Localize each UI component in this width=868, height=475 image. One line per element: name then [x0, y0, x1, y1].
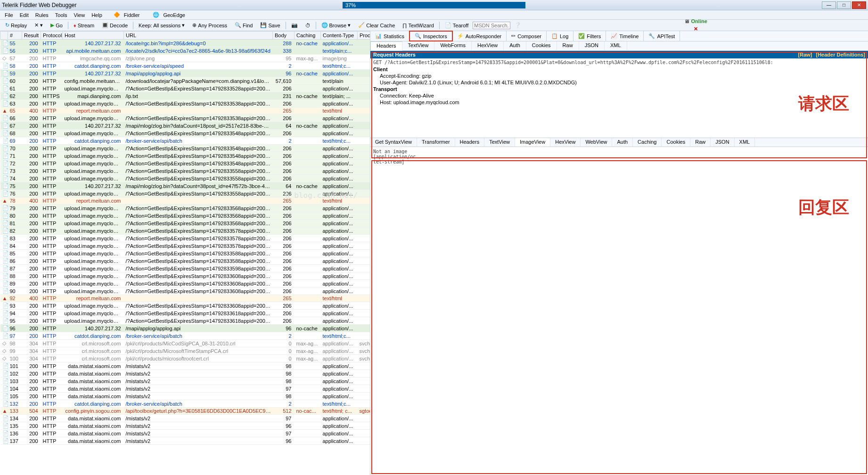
table-row[interactable]: ▲92400HTTPreport.meituan.com265text/html	[0, 295, 370, 302]
table-row[interactable]: 📄82200HTTPupload.image.myqcloud.com/?Act…	[0, 227, 370, 235]
table-row[interactable]: 📄80200HTTPupload.image.myqcloud.com/?Act…	[0, 212, 370, 220]
col-body[interactable]: Body	[273, 32, 295, 40]
decode-button[interactable]: 🔳Decode	[98, 21, 131, 30]
resptab-xml[interactable]: XML	[735, 138, 755, 147]
tab-statistics[interactable]: 📊Statistics	[370, 31, 409, 41]
table-row[interactable]: 📄105200HTTPdata.mistat.xiaomi.com/mistat…	[0, 393, 370, 400]
reqtab-headers[interactable]: Headers	[370, 41, 402, 51]
reqtab-xml[interactable]: XML	[605, 41, 627, 50]
stop-button[interactable]: ✕ ▾	[31, 21, 46, 30]
table-row[interactable]: 📄135200HTTPdata.mistat.xiaomi.com/mistat…	[0, 422, 370, 430]
table-row[interactable]: 📄63200HTTPupload.image.myqcloud.com/?Act…	[0, 100, 370, 107]
table-row[interactable]: 📄81200HTTPupload.image.myqcloud.com/?Act…	[0, 220, 370, 227]
tearoff-button[interactable]: 📄Tearoff	[442, 21, 472, 30]
table-row[interactable]: 📄59200HTTP140.207.217.32/mapi/applog/app…	[0, 70, 370, 77]
table-row[interactable]: 📄68200HTTPupload.image.myqcloud.com/?Act…	[0, 130, 370, 137]
table-row[interactable]: 📄60200HTTPconfig.mobile.meituan.com/down…	[0, 77, 370, 85]
table-row[interactable]: 📄62200HTTPSmapi.dianping.com/ip.txt231no…	[0, 92, 370, 100]
request-body[interactable]: GET /?Action=GetBestIp&ExpiresStamp=1479…	[370, 58, 868, 138]
tab-autoresponder[interactable]: ⚡AutoResponder	[452, 31, 507, 41]
resptab-cookies[interactable]: Cookies	[662, 138, 690, 147]
tab-apitest[interactable]: 🔧APITest	[644, 31, 680, 41]
stream-button[interactable]: ♦Stream	[70, 21, 98, 30]
resptab-textview[interactable]: TextView	[484, 138, 515, 147]
raw-link[interactable]: [Raw]	[798, 52, 812, 57]
find-button[interactable]: 🔍Find	[231, 21, 256, 30]
textwizard-button[interactable]: ∏TextWizard	[399, 21, 437, 30]
table-row[interactable]: 📄67200HTTP140.207.217.32/mapi/mlog/zlog.…	[0, 122, 370, 130]
tab-inspectors[interactable]: 🔍Inspectors	[409, 31, 453, 41]
table-row[interactable]: 📄75200HTTP140.207.217.32/mapi/mlog/zlog.…	[0, 182, 370, 190]
session-table[interactable]: # Result Protocol Host URL Body Caching …	[0, 31, 370, 445]
table-row[interactable]: 📄132200HTTPcatdot.dianping.com/broker-se…	[0, 400, 370, 408]
table-row[interactable]: 📄85200HTTPupload.image.myqcloud.com/?Act…	[0, 250, 370, 257]
table-row[interactable]: 📄66200HTTPupload.image.myqcloud.com/?Act…	[0, 115, 370, 122]
table-row[interactable]: 📄61200HTTPupload.image.myqcloud.com/?Act…	[0, 85, 370, 92]
table-row[interactable]: 📄136200HTTPdata.mistat.xiaomi.com/mistat…	[0, 430, 370, 437]
table-row[interactable]: 📄71200HTTPupload.image.myqcloud.com/?Act…	[0, 152, 370, 160]
table-row[interactable]: ▲133504HTTPconfig.pinyin.sogou.com/api/t…	[0, 408, 370, 415]
close-button[interactable]: ✕	[852, 1, 866, 9]
col-protocol[interactable]: Protocol	[41, 32, 63, 40]
menu-help[interactable]: Help	[90, 11, 104, 19]
menu-edit[interactable]: Edit	[18, 11, 31, 19]
header-def-link[interactable]: [Header Definitions]	[816, 52, 865, 57]
table-row[interactable]: ◇98304HTTPcrl.microsoft.com/pki/crl/prod…	[0, 340, 370, 347]
col-url[interactable]: URL	[124, 32, 273, 40]
resptab-hexview[interactable]: HexView	[550, 138, 581, 147]
save-button[interactable]: 💾Save	[257, 21, 283, 30]
menu-tools[interactable]: Tools	[53, 11, 69, 19]
table-row[interactable]: 📄95200HTTPupload.image.myqcloud.com/?Act…	[0, 317, 370, 325]
resptab-imageview[interactable]: ImageView	[515, 138, 550, 147]
table-row[interactable]: 📄137200HTTPdata.mistat.xiaomi.com/mistat…	[0, 437, 370, 445]
resptab-webview[interactable]: WebView	[581, 138, 612, 147]
table-row[interactable]: 📄103200HTTPdata.mistat.xiaomi.com/mistat…	[0, 377, 370, 385]
tab-log[interactable]: 📋Log	[547, 31, 573, 41]
table-row[interactable]: 📄101200HTTPdata.mistat.xiaomi.com/mistat…	[0, 362, 370, 370]
resptab-auth[interactable]: Auth	[612, 138, 633, 147]
col-ctype[interactable]: Content-Type	[321, 32, 358, 40]
resptab-raw[interactable]: Raw	[690, 138, 711, 147]
table-row[interactable]: 📄84200HTTPupload.image.myqcloud.com/?Act…	[0, 242, 370, 250]
table-row[interactable]: 📄89200HTTPupload.image.myqcloud.com/?Act…	[0, 280, 370, 287]
table-row[interactable]: 📄55200HTTP140.207.217.32/locate/rgc.bin?…	[0, 40, 370, 47]
menu-file[interactable]: File	[3, 11, 15, 19]
table-row[interactable]: 📄104200HTTPdata.mistat.xiaomi.com/mistat…	[0, 385, 370, 393]
reqtab-webforms[interactable]: WebForms	[434, 41, 472, 50]
resptab-transformer[interactable]: Transformer	[417, 138, 455, 147]
camera-icon[interactable]: 📷	[288, 21, 301, 30]
minimize-button[interactable]: —	[822, 1, 836, 9]
col-icon[interactable]	[0, 32, 8, 40]
table-row[interactable]: ▲78400HTTPreport.meituan.com265text/html	[0, 197, 370, 205]
col-num[interactable]: #	[8, 32, 22, 40]
any-process-button[interactable]: ⊕Any Process	[189, 21, 230, 30]
timer-icon[interactable]: ⏱	[302, 21, 314, 30]
table-row[interactable]: 📄90200HTTPupload.image.myqcloud.com/?Act…	[0, 287, 370, 295]
resptab-json[interactable]: JSON	[711, 138, 734, 147]
col-caching[interactable]: Caching	[295, 32, 321, 40]
table-row[interactable]: 📄102200HTTPdata.mistat.xiaomi.com/mistat…	[0, 370, 370, 377]
reqtab-raw[interactable]: Raw	[557, 41, 579, 50]
tab-timeline[interactable]: 📈Timeline	[606, 31, 644, 41]
table-row[interactable]: 📄69200HTTPcatdot.dianping.com/broker-ser…	[0, 137, 370, 145]
table-row[interactable]: 📄56200HTTPapi.mobile.meituan.com/locate/…	[0, 47, 370, 55]
table-row[interactable]: 📄97200HTTPcatdot.dianping.com/broker-ser…	[0, 332, 370, 340]
table-row[interactable]: 📄87200HTTPupload.image.myqcloud.com/?Act…	[0, 265, 370, 272]
col-process[interactable]: Proce:	[358, 32, 370, 40]
table-row[interactable]: ◇99304HTTPcrl.microsoft.com/pki/crl/prod…	[0, 347, 370, 355]
replay-button[interactable]: ↻Replay	[2, 21, 30, 30]
table-row[interactable]: 📄79200HTTPupload.image.myqcloud.com/?Act…	[0, 205, 370, 212]
reqtab-json[interactable]: JSON	[579, 41, 605, 50]
tab-filters[interactable]: ✅Filters	[573, 31, 606, 41]
clear-cache-button[interactable]: 🧹Clear Cache	[355, 21, 398, 30]
resptab-headers[interactable]: Headers	[455, 138, 485, 147]
msdn-search-input[interactable]	[473, 22, 510, 29]
table-row[interactable]: 📄74200HTTPupload.image.myqcloud.com/?Act…	[0, 175, 370, 182]
table-row[interactable]: ◇100304HTTPcrl.microsoft.com/pki/crl/pro…	[0, 355, 370, 362]
table-row[interactable]: 📄93200HTTPupload.image.myqcloud.com/?Act…	[0, 302, 370, 310]
menu-view[interactable]: View	[72, 11, 87, 19]
online-indicator[interactable]: 🖥 Online	[684, 18, 707, 24]
browse-button[interactable]: 🌐Browse ▾	[318, 21, 354, 30]
go-button[interactable]: ▶Go	[47, 21, 66, 30]
col-host[interactable]: Host	[63, 32, 124, 40]
